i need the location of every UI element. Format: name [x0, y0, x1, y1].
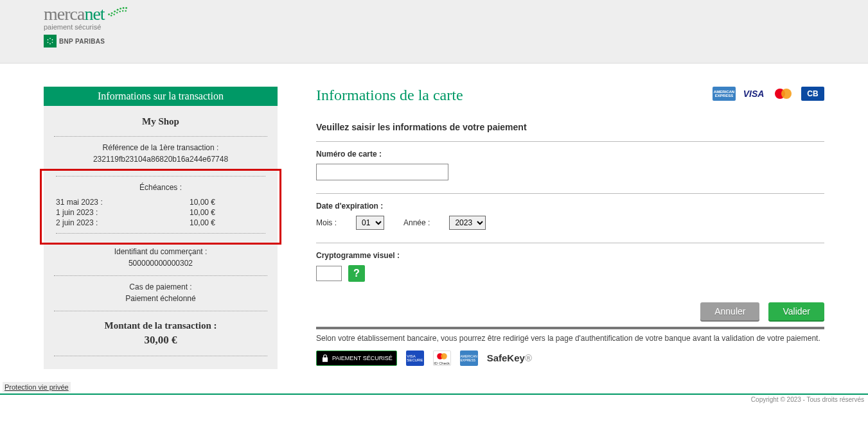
mastercard-icon — [772, 87, 795, 101]
installment-date: 1 juin 2023 : — [56, 208, 98, 217]
transaction-panel-title: Informations sur la transaction — [44, 87, 278, 106]
mastercard-idcheck-icon: ID Check — [433, 350, 451, 366]
svg-point-7 — [111, 15, 112, 17]
bnp-badge: BNP PARIBAS — [44, 35, 105, 48]
payment-case-label: Cas de paiement : — [54, 280, 267, 291]
svg-point-11 — [122, 10, 124, 12]
svg-point-13 — [49, 38, 51, 39]
divider — [56, 233, 265, 234]
svg-point-1 — [111, 12, 112, 14]
brand-logo: mercanet paiement sécurisé — [44, 5, 130, 48]
top-header: mercanet paiement sécurisé — [0, 0, 868, 64]
svg-point-3 — [116, 9, 118, 11]
copyright-text: Copyright © 2023 - Tous droits réservés — [751, 396, 864, 403]
installment-amount: 10,00 € — [190, 218, 265, 227]
card-form-subtitle: Veuillez saisir les informations de votr… — [316, 122, 824, 132]
installment-date: 2 juin 2023 : — [56, 218, 98, 227]
svg-point-4 — [120, 8, 121, 10]
bank-redirect-disclaimer: Selon votre établissement bancaire, vous… — [316, 333, 824, 344]
svg-point-10 — [119, 11, 121, 13]
expiration-label: Date d'expiration : — [316, 202, 824, 211]
installment-amount: 10,00 € — [190, 198, 265, 207]
installment-date: 31 mai 2023 : — [56, 198, 103, 207]
amex-icon: AMERICAN EXPRESS — [713, 87, 736, 101]
cancel-button[interactable]: Annuler — [700, 302, 759, 320]
merchant-id-value: 500000000000302 — [54, 256, 267, 273]
security-logos-row: PAIEMENT SÉCURISÉ VISASECURE ID Check AM… — [316, 350, 824, 366]
installment-amount: 10,00 € — [190, 208, 265, 217]
transaction-amount-label: Montant de la transaction : — [54, 315, 267, 334]
divider — [56, 176, 265, 177]
card-section-title: Informations de la carte — [316, 87, 463, 104]
divider — [316, 327, 824, 329]
visa-icon: VISA — [742, 87, 765, 101]
merchant-shop-name: My Shop — [54, 110, 267, 134]
accepted-card-logos: AMERICAN EXPRESS VISA CB — [713, 87, 824, 101]
exp-month-label: Mois : — [316, 218, 337, 227]
transaction-panel: Informations sur la transaction My Shop … — [44, 87, 278, 369]
privacy-link[interactable]: Protection vie privée — [3, 382, 71, 392]
cvv-help-button[interactable]: ? — [348, 265, 365, 282]
lock-icon — [321, 354, 330, 363]
svg-point-14 — [52, 39, 53, 40]
svg-point-5 — [122, 7, 124, 9]
brand-accent: net — [84, 4, 104, 24]
card-number-input[interactable] — [316, 164, 448, 180]
svg-point-2 — [114, 10, 116, 12]
card-form-section: Informations de la carte AMERICAN EXPRES… — [316, 87, 824, 366]
svg-point-16 — [49, 43, 51, 44]
svg-point-12 — [125, 10, 127, 12]
amex-secure-icon: AMERICANEXPRESS — [460, 350, 478, 366]
cvv-input[interactable] — [316, 266, 342, 281]
payment-case-value: Paiement échelonné — [54, 291, 267, 308]
paiement-securise-badge: PAIEMENT SÉCURISÉ — [316, 350, 397, 366]
card-number-label: Numéro de carte : — [316, 150, 824, 159]
transaction-ref-value: 232119fb23104a86820b16a244e67748 — [54, 152, 267, 169]
brand-dots-icon — [106, 5, 130, 17]
svg-point-6 — [125, 7, 127, 9]
installments-highlight-box: Échéances : 31 mai 2023 : 10,00 € 1 juin… — [40, 169, 281, 245]
divider — [54, 136, 267, 137]
visa-secure-icon: VISASECURE — [406, 350, 424, 366]
installment-row: 1 juin 2023 : 10,00 € — [56, 207, 265, 218]
brand-tagline: paiement sécurisé — [44, 23, 130, 31]
divider — [54, 311, 267, 311]
submit-button[interactable]: Valider — [768, 302, 824, 320]
divider — [316, 243, 824, 243]
exp-year-label: Année : — [403, 218, 430, 227]
installment-row: 31 mai 2023 : 10,00 € — [56, 197, 265, 207]
bnp-bank-name: BNP PARIBAS — [59, 38, 105, 45]
svg-point-8 — [113, 13, 115, 15]
svg-point-17 — [48, 42, 49, 43]
exp-month-select[interactable]: 01 — [356, 216, 384, 230]
merchant-id-label: Identifiant du commerçant : — [54, 245, 267, 256]
installment-row: 2 juin 2023 : 10,00 € — [56, 218, 265, 228]
divider — [54, 356, 267, 356]
svg-point-0 — [108, 13, 110, 15]
cb-icon: CB — [801, 87, 824, 101]
svg-point-15 — [52, 42, 53, 43]
transaction-ref-label: Référence de la 1ère transaction : — [54, 141, 267, 152]
divider — [316, 141, 824, 142]
svg-point-9 — [116, 12, 118, 13]
cvv-label: Cryptogramme visuel : — [316, 251, 824, 260]
divider — [54, 275, 267, 276]
transaction-amount-value: 30,00 € — [54, 334, 267, 353]
bnp-star-icon — [44, 35, 57, 48]
exp-year-select[interactable]: 2023 — [449, 216, 486, 230]
installments-label: Échéances : — [56, 180, 265, 197]
safekey-logo: SafeKey® — [487, 352, 532, 363]
divider — [316, 193, 824, 194]
brand-main: merca — [44, 4, 84, 24]
svg-point-18 — [48, 39, 49, 40]
